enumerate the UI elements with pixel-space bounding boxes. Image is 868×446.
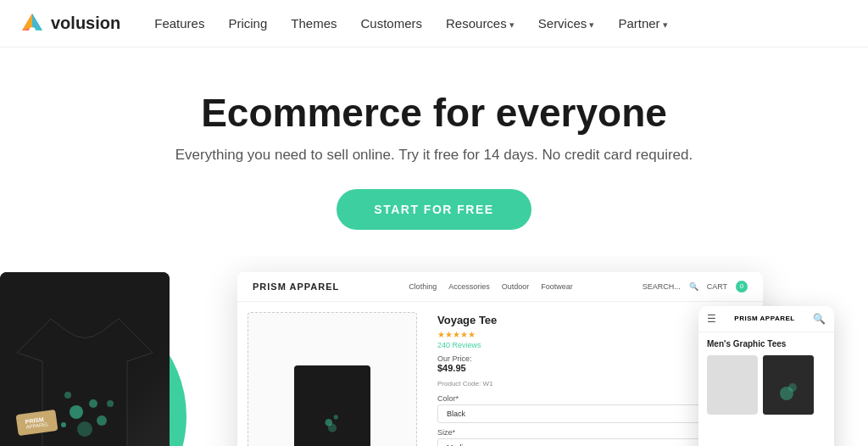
- product-code-value: W1: [482, 380, 492, 387]
- mobile-header: ☰ PRISM APPAREL 🔍: [698, 306, 834, 332]
- volusion-logo-icon: [20, 12, 44, 36]
- svg-point-1: [70, 405, 83, 419]
- nav-item-services[interactable]: Services: [538, 16, 595, 31]
- mobile-products-grid: [698, 355, 834, 415]
- nav-links: Features Pricing Themes Customers Resour…: [154, 16, 667, 31]
- start-for-free-button[interactable]: START FOR FREE: [337, 189, 531, 230]
- store-actions: SEARCH... 🔍 CART 0: [643, 281, 748, 293]
- svg-point-10: [328, 424, 337, 432]
- svg-point-6: [61, 422, 66, 427]
- navbar: volusion Features Pricing Themes Custome…: [0, 0, 868, 47]
- svg-point-4: [97, 415, 107, 426]
- logo[interactable]: volusion: [20, 12, 120, 36]
- store-logo: PRISM APPAREL: [253, 282, 339, 292]
- product-code-label: Product Code:: [437, 380, 481, 387]
- logo-text: volusion: [51, 14, 120, 33]
- store-menu: Clothing Accessories Outdoor Footwear: [409, 282, 573, 291]
- store-navbar: PRISM APPAREL Clothing Accessories Outdo…: [237, 272, 763, 302]
- mobile-search-icon: 🔍: [813, 313, 826, 325]
- store-menu-outdoor: Outdoor: [502, 282, 530, 291]
- tshirt-left-image: PRISM APPAREL: [0, 272, 170, 446]
- nav-item-themes[interactable]: Themes: [291, 16, 337, 31]
- hero-section: Ecommerce for everyone Everything you ne…: [0, 47, 868, 255]
- nav-item-customers[interactable]: Customers: [360, 16, 422, 31]
- cart-badge: 0: [736, 281, 748, 293]
- store-content: Voyage Tee ★★★★★ 240 Reviews Our Price: …: [237, 302, 763, 446]
- mobile-product-2: [763, 355, 814, 415]
- product-image-area: [248, 312, 417, 446]
- svg-point-9: [334, 415, 338, 419]
- mini-tshirt-svg: [303, 376, 362, 446]
- nav-item-pricing[interactable]: Pricing: [228, 16, 267, 31]
- hero-title: Ecommerce for everyone: [17, 92, 851, 135]
- svg-point-2: [89, 399, 97, 408]
- store-menu-accessories: Accessories: [448, 282, 490, 291]
- svg-point-7: [107, 400, 114, 407]
- mini-tshirt: [294, 365, 370, 446]
- mobile-section-title: Men's Graphic Tees: [698, 332, 834, 355]
- hero-subtitle: Everything you need to sell online. Try …: [17, 147, 851, 164]
- store-preview-window: PRISM APPAREL Clothing Accessories Outdo…: [237, 272, 763, 446]
- mobile-preview-window: ☰ PRISM APPAREL 🔍 Men's Graphic Tees: [698, 306, 834, 446]
- store-menu-footwear: Footwear: [541, 282, 573, 291]
- nav-item-features[interactable]: Features: [154, 16, 204, 31]
- store-search-label: SEARCH...: [643, 282, 681, 291]
- svg-point-13: [788, 383, 797, 392]
- mobile-product-1: [707, 355, 758, 415]
- mobile-tshirt-svg: [763, 355, 814, 415]
- store-menu-clothing: Clothing: [409, 282, 437, 291]
- preview-section: PRISM APPAREL PRISM APPAREL Clothing Acc…: [0, 255, 868, 446]
- svg-point-5: [77, 421, 92, 437]
- nav-item-partner[interactable]: Partner: [618, 16, 667, 31]
- svg-rect-11: [763, 355, 814, 415]
- mobile-store-logo: PRISM APPAREL: [734, 315, 794, 322]
- svg-point-3: [64, 392, 71, 399]
- store-cart-label: CART: [707, 282, 727, 291]
- search-icon: 🔍: [689, 282, 698, 291]
- hamburger-icon: ☰: [707, 313, 716, 325]
- nav-item-resources[interactable]: Resources: [446, 16, 515, 31]
